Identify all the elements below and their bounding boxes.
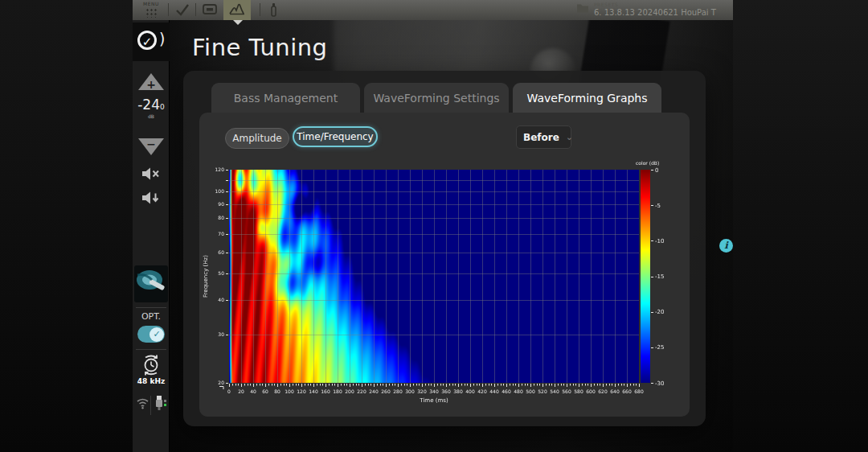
microphone-tool-icon[interactable] bbox=[268, 2, 284, 17]
presets-label: PRESETS bbox=[594, 2, 716, 8]
menu-button[interactable]: MENU bbox=[138, 1, 164, 18]
clock-sync-icon bbox=[141, 354, 162, 376]
select-value: Before bbox=[523, 132, 559, 143]
sidebar: ✓ ) + -240 dB − bbox=[133, 20, 170, 452]
volume-readout: -240 dB bbox=[133, 97, 170, 119]
tab-waveforming-settings[interactable]: WaveForming Settings bbox=[364, 83, 509, 113]
left-margin bbox=[0, 0, 133, 452]
sidebar-divider bbox=[136, 307, 166, 308]
info-button[interactable]: i bbox=[719, 239, 733, 253]
topbar-divider bbox=[260, 3, 260, 16]
chevron-down-icon: ⌄ bbox=[566, 132, 573, 142]
time-frequency-view-button[interactable]: Time/Frequency bbox=[293, 126, 378, 147]
dim-button[interactable] bbox=[141, 190, 162, 206]
menu-grid-icon bbox=[145, 7, 158, 18]
fine-tuning-tool-active[interactable] bbox=[223, 0, 251, 20]
amplitude-label: Amplitude bbox=[232, 133, 282, 144]
usb-status-icon bbox=[154, 395, 167, 413]
graph-curve-icon bbox=[229, 2, 245, 17]
brand-logo[interactable]: ✓ ) bbox=[133, 23, 170, 61]
sidebar-divider bbox=[136, 349, 166, 350]
menu-label: MENU bbox=[138, 1, 164, 6]
toggle-check-icon: ✓ bbox=[149, 327, 164, 342]
time-frequency-spectrogram-chart bbox=[201, 158, 667, 405]
app-window: MENU PRESETS 6. 13.8.13 bbox=[133, 0, 733, 452]
active-tool-caret bbox=[233, 20, 243, 25]
status-divider bbox=[150, 396, 151, 415]
plus-icon: + bbox=[146, 78, 156, 91]
volume-up-button[interactable]: + bbox=[138, 73, 164, 90]
optical-cable-icon bbox=[134, 265, 168, 302]
minus-icon: − bbox=[146, 138, 156, 150]
status-icons-row bbox=[133, 393, 170, 417]
right-margin bbox=[733, 0, 868, 452]
fine-tuning-card: Bass Management WaveForming Settings Wav… bbox=[183, 71, 706, 426]
tab-label: Bass Management bbox=[234, 92, 338, 105]
opt-label: OPT. bbox=[133, 311, 170, 322]
time-frequency-label: Time/Frequency bbox=[297, 131, 373, 142]
volume-down-button[interactable]: − bbox=[138, 138, 164, 155]
amplitude-view-button[interactable]: Amplitude bbox=[225, 128, 289, 149]
top-menu-bar: MENU PRESETS 6. 13.8.13 bbox=[133, 0, 733, 20]
opt-toggle[interactable]: ✓ bbox=[137, 326, 165, 343]
tab-waveforming-graphs[interactable]: WaveForming Graphs bbox=[513, 83, 661, 113]
tab-label: WaveForming Settings bbox=[373, 92, 499, 105]
before-after-select[interactable]: Before ⌄ bbox=[516, 125, 571, 149]
display-tool-icon[interactable] bbox=[202, 2, 218, 17]
logo-paren: ) bbox=[159, 30, 165, 47]
waveforming-graphs-panel: Amplitude Time/Frequency Before ⌄ bbox=[199, 113, 690, 417]
volume-value: -24 bbox=[137, 97, 160, 113]
topbar-divider bbox=[195, 3, 196, 16]
speaker-mute-icon bbox=[141, 166, 162, 182]
sample-rate-label: 48 kHz bbox=[133, 377, 170, 385]
volume-unit: dB bbox=[133, 113, 170, 119]
optical-input-thumbnail[interactable] bbox=[134, 265, 168, 302]
check-tool-icon[interactable] bbox=[174, 2, 190, 17]
folder-icon bbox=[576, 2, 589, 14]
volume-decimal: 0 bbox=[160, 103, 165, 111]
topbar-divider bbox=[168, 3, 169, 16]
wifi-icon bbox=[136, 397, 149, 410]
mute-button[interactable] bbox=[141, 166, 162, 182]
preset-value: 6. 13.8.13 20240621 HouPai T bbox=[594, 8, 716, 17]
info-icon: i bbox=[724, 240, 728, 251]
logo-check-icon: ✓ bbox=[137, 31, 157, 50]
tab-label: WaveForming Graphs bbox=[526, 92, 647, 105]
presets-selector[interactable]: PRESETS 6. 13.8.13 20240621 HouPai T bbox=[576, 2, 716, 17]
page-title: Fine Tuning bbox=[192, 34, 327, 61]
tab-bass-management[interactable]: Bass Management bbox=[211, 83, 360, 113]
speaker-dim-icon bbox=[141, 190, 162, 206]
